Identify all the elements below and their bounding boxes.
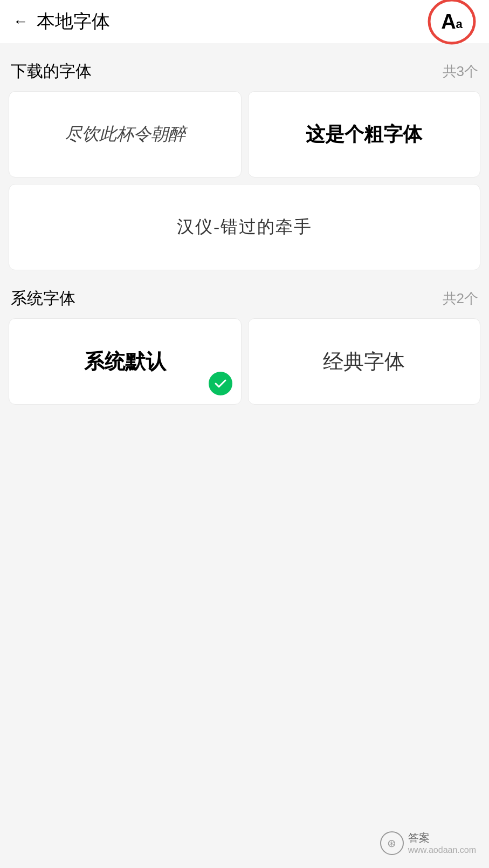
font-card-system-default[interactable]: 系统默认 [9, 318, 242, 405]
font-card-bold-text: 这是个粗字体 [306, 121, 422, 148]
system-section-header: 系统字体 共2个 [9, 288, 480, 310]
font-card-handwriting[interactable]: 尽饮此杯令朝醉 [9, 91, 242, 177]
font-card-classic-text: 经典字体 [323, 348, 405, 375]
font-icon-small: a [456, 17, 463, 31]
selected-checkmark [209, 372, 232, 395]
system-section-title: 系统字体 [11, 288, 75, 310]
watermark-icon: ⊛ [380, 831, 404, 855]
page-title: 本地字体 [37, 9, 110, 34]
downloaded-section-header: 下载的字体 共3个 [9, 60, 480, 83]
downloaded-section-title: 下载的字体 [11, 60, 92, 83]
downloaded-section-count: 共3个 [443, 62, 478, 81]
font-card-handwriting-text: 尽饮此杯令朝醉 [65, 122, 185, 146]
font-card-classic[interactable]: 经典字体 [248, 318, 481, 405]
header-left: ← 本地字体 [13, 9, 110, 34]
system-font-grid: 系统默认 经典字体 [9, 318, 480, 405]
back-button[interactable]: ← [13, 13, 28, 30]
font-card-system-default-text: 系统默认 [84, 348, 166, 375]
watermark-text: 答案 www.aodaan.com [408, 831, 476, 855]
font-card-missed[interactable]: 汉仪-错过的牵手 [9, 184, 480, 270]
font-card-missed-text: 汉仪-错过的牵手 [177, 215, 312, 239]
font-card-bold[interactable]: 这是个粗字体 [248, 91, 481, 177]
font-icon-large: A [441, 10, 456, 33]
system-section-count: 共2个 [443, 289, 478, 308]
page-header: ← 本地字体 A a [0, 0, 489, 43]
downloaded-font-grid: 尽饮此杯令朝醉 这是个粗字体 汉仪-错过的牵手 [9, 91, 480, 270]
downloaded-section: 下载的字体 共3个 尽饮此杯令朝醉 这是个粗字体 汉仪-错过的牵手 [0, 60, 489, 270]
watermark: ⊛ 答案 www.aodaan.com [380, 831, 476, 855]
checkmark-icon [213, 377, 228, 391]
system-section: 系统字体 共2个 系统默认 经典字体 [0, 288, 489, 405]
font-size-button[interactable]: A a [428, 0, 476, 46]
